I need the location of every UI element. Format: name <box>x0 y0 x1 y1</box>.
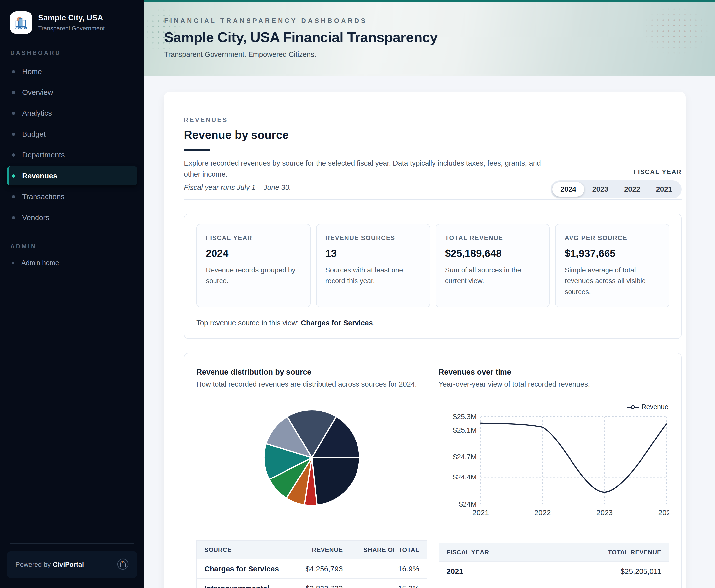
bullet-icon <box>12 132 15 136</box>
section-head: REVENUES Revenue by source Explore recor… <box>184 117 682 192</box>
sidebar-admin-nav: Admin home <box>7 255 137 271</box>
revenue-pie-chart <box>258 404 365 511</box>
section-eyebrow: REVENUES <box>184 117 682 124</box>
section-description: Explore recorded revenues by source for … <box>184 158 544 180</box>
line-chart-section: Revenues over time Year-over-year view o… <box>439 368 670 588</box>
stat-value: $1,937,665 <box>565 248 660 259</box>
main-content: FINANCIAL TRANSPARENCY DASHBOARDS Sample… <box>144 0 715 588</box>
civiportal-icon <box>117 558 129 571</box>
powered-by-badge[interactable]: Powered by CiviPortal <box>7 551 137 578</box>
stats-panel: FISCAL YEAR 2024 Revenue records grouped… <box>184 213 682 339</box>
fiscal-year-2022-button[interactable]: 2022 <box>616 182 648 197</box>
bullet-icon <box>12 195 15 198</box>
svg-text:2021: 2021 <box>472 508 489 517</box>
svg-text:$25.3M: $25.3M <box>453 413 477 421</box>
fiscal-years-table: FISCAL YEAR TOTAL REVENUE 2021 $25,205,0… <box>439 543 670 588</box>
brand: Sample City, USA Transparent Government.… <box>7 12 137 34</box>
legend-label: Revenue <box>642 403 668 411</box>
sidebar-footer: Powered by CiviPortal <box>7 543 137 578</box>
svg-text:$25.1M: $25.1M <box>453 426 477 434</box>
bullet-icon <box>12 112 15 115</box>
sidebar-section-dashboard: DASHBOARD <box>10 50 134 56</box>
stat-value: 2024 <box>206 248 301 259</box>
content-card: REVENUES Revenue by source Explore recor… <box>164 92 686 588</box>
fiscal-year-segmented-control: 2024 2023 2022 2021 <box>551 180 682 198</box>
pie-chart-section: Revenue distribution by source How total… <box>196 368 427 588</box>
pie-chart-subtitle: How total recorded revenues are distribu… <box>196 380 427 388</box>
fiscal-year-2024-button[interactable]: 2024 <box>552 182 584 197</box>
divider <box>184 199 682 200</box>
sidebar-item-transactions[interactable]: Transactions <box>7 187 137 206</box>
sidebar-item-departments[interactable]: Departments <box>7 145 137 165</box>
sidebar-section-admin: ADMIN <box>10 243 134 250</box>
line-chart-title: Revenues over time <box>439 368 670 377</box>
sidebar-nav: Home Overview Analytics Budget Departmen… <box>7 62 137 227</box>
top-source-value: Charges for Services <box>301 319 373 327</box>
line-chart-subtitle: Year-over-year view of total recorded re… <box>439 380 670 388</box>
sidebar-item-analytics[interactable]: Analytics <box>7 104 137 123</box>
fiscal-year-2023-button[interactable]: 2023 <box>584 182 616 197</box>
section-title: Revenue by source <box>184 128 682 142</box>
sidebar-item-overview[interactable]: Overview <box>7 83 137 102</box>
svg-text:$24.4M: $24.4M <box>453 473 477 481</box>
fiscal-year-label: FISCAL YEAR <box>551 168 682 176</box>
brand-text: Sample City, USA Transparent Government.… <box>38 14 115 32</box>
bullet-icon <box>12 262 15 265</box>
city-logo-icon <box>10 12 32 34</box>
sidebar-item-home[interactable]: Home <box>7 62 137 81</box>
legend-marker-icon <box>627 403 638 411</box>
stat-card-total-revenue: TOTAL REVENUE $25,189,648 Sum of all sou… <box>436 224 550 308</box>
page-body: REVENUES Revenue by source Explore recor… <box>144 76 715 588</box>
sources-table: SOURCE REVENUE SHARE OF TOTAL Charges fo… <box>196 540 427 588</box>
svg-text:2023: 2023 <box>596 508 612 517</box>
pie-chart-title: Revenue distribution by source <box>196 368 427 377</box>
sidebar-item-vendors[interactable]: Vendors <box>7 208 137 227</box>
bullet-icon <box>12 153 15 157</box>
title-accent-bar <box>184 149 210 151</box>
charts-panel: Revenue distribution by source How total… <box>184 353 682 588</box>
table-row: 2022 $25,143,955 <box>439 581 669 588</box>
bullet-icon <box>12 174 15 177</box>
brand-title: Sample City, USA <box>38 14 115 22</box>
table-row: 2021 $25,205,011 <box>439 562 669 581</box>
powered-by-label: Powered by <box>15 561 51 568</box>
revenue-line-chart: $24M$24.4M$24.7M$25.1M$25.3M202120222023… <box>439 413 670 517</box>
app-root: Sample City, USA Transparent Government.… <box>0 0 715 588</box>
fiscal-year-control: FISCAL YEAR 2024 2023 2022 2021 <box>551 168 682 198</box>
svg-text:$24.7M: $24.7M <box>453 453 477 461</box>
civiportal-brand: CiviPortal <box>52 561 84 568</box>
stat-card-revenue-sources: REVENUE SOURCES 13 Sources with at least… <box>316 224 430 308</box>
sidebar: Sample City, USA Transparent Government.… <box>0 0 144 588</box>
divider <box>10 543 134 544</box>
bullet-icon <box>12 91 15 94</box>
page-subtitle: Transparent Government. Empowered Citize… <box>164 50 695 59</box>
svg-text:2024: 2024 <box>658 508 669 517</box>
sidebar-item-revenues[interactable]: Revenues <box>7 166 137 186</box>
svg-text:2022: 2022 <box>534 508 551 517</box>
table-row: Intergovernmental $3,832,722 15.2% <box>197 579 427 588</box>
table-row: Charges for Services $4,256,793 16.9% <box>197 559 427 579</box>
brand-tagline: Transparent Government. Empower... <box>38 25 115 32</box>
stat-card-fiscal-year: FISCAL YEAR 2024 Revenue records grouped… <box>196 224 311 308</box>
banner-eyebrow: FINANCIAL TRANSPARENCY DASHBOARDS <box>164 17 695 25</box>
svg-text:$24M: $24M <box>459 500 477 508</box>
top-source-line: Top revenue source in this view: Charges… <box>196 319 669 327</box>
stat-card-avg-per-source: AVG PER SOURCE $1,937,665 Simple average… <box>555 224 669 308</box>
page-banner: FINANCIAL TRANSPARENCY DASHBOARDS Sample… <box>144 0 715 76</box>
sidebar-item-budget[interactable]: Budget <box>7 124 137 144</box>
page-title: Sample City, USA Financial Transparency <box>164 29 695 45</box>
bullet-icon <box>12 216 15 219</box>
line-chart-legend: Revenue <box>627 403 668 411</box>
sidebar-item-admin-home[interactable]: Admin home <box>7 255 137 271</box>
stat-value: $25,189,648 <box>445 248 541 259</box>
stat-value: 13 <box>325 248 421 259</box>
fiscal-year-2021-button[interactable]: 2021 <box>648 182 680 197</box>
bullet-icon <box>12 70 15 73</box>
